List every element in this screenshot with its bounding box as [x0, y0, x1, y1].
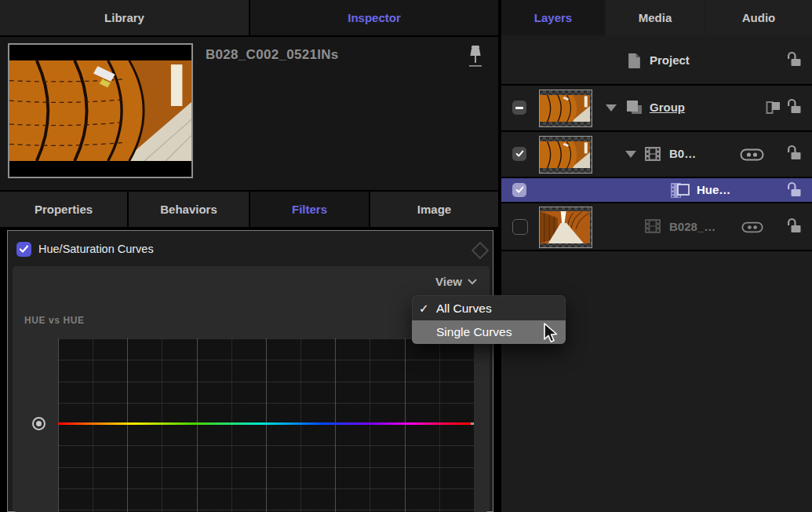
- b028-checkbox-unchecked[interactable]: [512, 219, 528, 235]
- mouse-cursor: [543, 323, 562, 345]
- clip-preview-thumbnail: [8, 43, 193, 178]
- layer-row-b028-clip[interactable]: B028_…: [501, 203, 812, 251]
- link-icon[interactable]: [740, 148, 764, 161]
- link-icon[interactable]: [741, 221, 763, 233]
- tab-inspector[interactable]: Inspector: [250, 0, 498, 35]
- tab-inspector-label: Inspector: [348, 11, 401, 24]
- tab-library-label: Library: [104, 11, 144, 24]
- filter-pane: Hue/Saturation Curves View HUE vs HUE: [7, 230, 493, 512]
- chevron-down-icon: [468, 279, 477, 285]
- clip-preview-area: B028_C002_0521INs: [0, 37, 498, 190]
- curve-section-label: HUE vs HUE: [24, 315, 85, 326]
- filter-title: Hue/Saturation Curves: [38, 243, 154, 255]
- checkmark-icon: [19, 245, 29, 254]
- tab-audio[interactable]: Audio: [705, 0, 812, 35]
- tab-layers[interactable]: Layers: [501, 0, 605, 35]
- tab-audio-label: Audio: [742, 11, 776, 24]
- hue-curve-grid[interactable]: [58, 338, 474, 512]
- group-icon: [625, 99, 643, 116]
- hue-curve-line[interactable]: [58, 422, 471, 425]
- tab-media-label: Media: [639, 11, 672, 24]
- unlock-icon[interactable]: [785, 98, 803, 115]
- checkmark-icon: [515, 150, 524, 158]
- hue-checkbox-checked[interactable]: [512, 183, 526, 197]
- layer-row-b028-label[interactable]: B028_…: [669, 220, 716, 233]
- motion-app-window: Library Inspector: [0, 0, 812, 512]
- curve-target-radio-dot: [36, 421, 42, 426]
- project-document-icon: [628, 53, 641, 69]
- filmstrip-icon: [645, 219, 661, 233]
- unlock-icon[interactable]: [785, 218, 803, 235]
- curve-target-radio[interactable]: [32, 417, 46, 430]
- filmstrip-icon: [645, 147, 661, 161]
- layer-row-group-label[interactable]: Group: [650, 101, 685, 114]
- tab-filters[interactable]: Filters: [250, 192, 369, 227]
- b0-disclosure-triangle[interactable]: [625, 151, 636, 158]
- view-dropdown-label: View: [435, 275, 462, 288]
- layer-row-project-label: Project: [650, 53, 690, 67]
- group-thumbnail[interactable]: [539, 90, 592, 127]
- menu-item-all-curves[interactable]: ✓ All Curves: [412, 297, 566, 320]
- menu-checkmark-icon: ✓: [419, 302, 436, 316]
- unlock-icon[interactable]: [785, 144, 803, 162]
- layer-row-hue-label[interactable]: Hue…: [697, 183, 730, 196]
- tab-media[interactable]: Media: [606, 0, 704, 35]
- filter-on-clip-icon: [671, 181, 693, 199]
- layer-row-b0-label[interactable]: B0…: [669, 147, 696, 160]
- view-dropdown-button[interactable]: View: [435, 275, 477, 288]
- minus-icon: [515, 107, 523, 109]
- tab-behaviors[interactable]: Behaviors: [129, 192, 249, 227]
- layer-row-b0-clip[interactable]: B0…: [501, 132, 812, 178]
- tunnel-preview-image: [9, 60, 191, 161]
- tab-image[interactable]: Image: [370, 192, 498, 227]
- layer-row-group[interactable]: Group: [501, 86, 812, 132]
- layer-row-hue-filter[interactable]: Hue…: [501, 178, 812, 203]
- b028-thumbnail[interactable]: [539, 207, 592, 248]
- group-checkbox-mixed[interactable]: [512, 101, 526, 115]
- clip-title: B028_C002_0521INs: [206, 47, 339, 63]
- inspector-panel: Library Inspector: [0, 0, 498, 512]
- unlock-icon[interactable]: [785, 51, 803, 68]
- compound-layer-icon[interactable]: [765, 100, 782, 115]
- group-disclosure-triangle[interactable]: [606, 104, 617, 112]
- b0-checkbox-checked[interactable]: [512, 147, 526, 161]
- hue-curve-endpoint[interactable]: [471, 422, 474, 425]
- tab-behaviors-label: Behaviors: [160, 203, 217, 216]
- tab-image-label: Image: [417, 203, 451, 216]
- b0-thumbnail[interactable]: [539, 136, 592, 174]
- layers-panel: Layers Media Audio Project: [501, 0, 812, 512]
- layer-row-project[interactable]: Project: [501, 37, 812, 86]
- tab-properties[interactable]: Properties: [0, 192, 127, 227]
- tab-layers-label: Layers: [534, 11, 572, 24]
- checkmark-icon: [515, 186, 524, 194]
- menu-item-all-curves-label: All Curves: [436, 302, 492, 316]
- pin-icon[interactable]: [466, 44, 485, 75]
- tab-filters-label: Filters: [292, 203, 327, 216]
- unlock-icon[interactable]: [785, 181, 803, 199]
- tab-properties-label: Properties: [35, 203, 93, 216]
- filter-enable-checkbox[interactable]: [16, 242, 31, 257]
- menu-item-single-curves-label: Single Curves: [436, 325, 512, 339]
- keyframe-diamond-icon[interactable]: [472, 242, 490, 260]
- tab-library[interactable]: Library: [0, 0, 249, 35]
